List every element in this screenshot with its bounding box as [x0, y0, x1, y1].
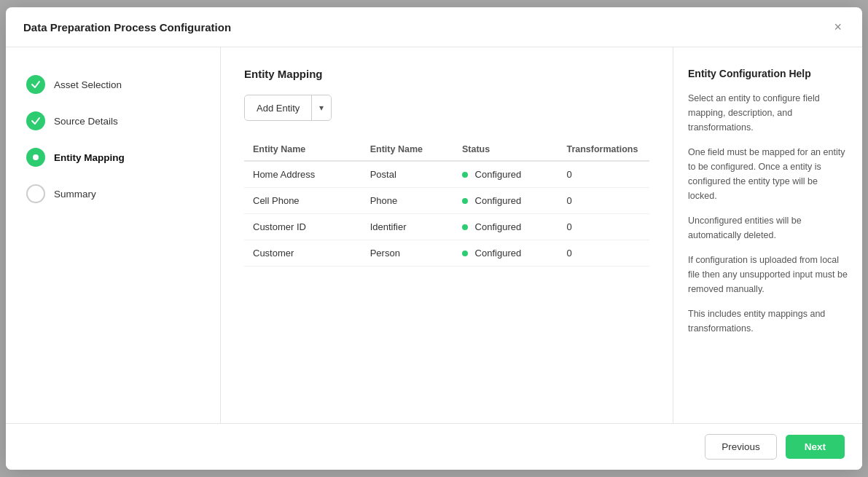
row-entity-name-1: Phone [361, 188, 453, 214]
row-status-0: Configured [453, 161, 558, 188]
step-icon-source-details [26, 111, 45, 130]
modal-body: Asset Selection Source Details [6, 47, 862, 423]
sidebar-label-summary: Summary [54, 189, 96, 200]
row-name-2: Customer ID [244, 214, 361, 240]
status-text-0: Configured [475, 169, 522, 180]
row-transformations-1: 0 [558, 188, 649, 214]
sidebar-label-entity-mapping: Entity Mapping [54, 152, 125, 163]
modal-title: Data Preparation Process Configuration [23, 21, 231, 33]
sidebar-label-asset-selection: Asset Selection [54, 79, 122, 90]
row-entity-name-3: Person [361, 240, 453, 267]
status-dot-3 [462, 251, 468, 256]
previous-button[interactable]: Previous [705, 434, 777, 460]
help-paragraph-1: One field must be mapped for an entity t… [688, 145, 848, 203]
help-panel: Entity Configuration Help Select an enti… [673, 47, 862, 423]
sidebar-item-asset-selection[interactable]: Asset Selection [20, 68, 206, 101]
table-row[interactable]: Home Address Postal Configured 0 [244, 161, 649, 188]
status-dot-2 [462, 224, 468, 230]
modal: Data Preparation Process Configuration ×… [6, 7, 862, 470]
status-text-1: Configured [475, 195, 522, 206]
table-row[interactable]: Cell Phone Phone Configured 0 [244, 188, 649, 214]
sidebar: Asset Selection Source Details [6, 47, 221, 423]
row-status-3: Configured [453, 240, 558, 267]
row-entity-name-0: Postal [361, 161, 453, 188]
close-button[interactable]: × [831, 19, 845, 35]
col-header-entity-name-2: Entity Name [361, 138, 453, 161]
modal-footer: Previous Next [6, 423, 862, 470]
row-name-3: Customer [244, 240, 361, 267]
step-icon-asset-selection [26, 75, 45, 94]
row-transformations-2: 0 [558, 214, 649, 240]
help-paragraph-0: Select an entity to configure field mapp… [688, 91, 848, 135]
sidebar-item-summary[interactable]: Summary [20, 177, 206, 210]
sidebar-item-entity-mapping[interactable]: Entity Mapping [20, 141, 206, 174]
add-entity-main-button[interactable]: Add Entity [245, 97, 311, 119]
sidebar-label-source-details: Source Details [54, 116, 118, 127]
row-transformations-0: 0 [558, 161, 649, 188]
row-status-1: Configured [453, 188, 558, 214]
section-title: Entity Mapping [244, 68, 649, 80]
help-paragraph-3: If configuration is uploaded from local … [688, 253, 848, 296]
add-entity-dropdown-button[interactable]: ▾ [312, 97, 331, 119]
status-text-2: Configured [475, 221, 522, 232]
main-content: Entity Mapping Add Entity ▾ Entity Name … [221, 47, 673, 423]
svg-point-0 [33, 154, 39, 160]
table-row[interactable]: Customer ID Identifier Configured 0 [244, 214, 649, 240]
help-title: Entity Configuration Help [688, 68, 848, 79]
help-paragraph-2: Unconfigured entities will be automatica… [688, 213, 848, 243]
modal-header: Data Preparation Process Configuration × [6, 7, 862, 47]
add-entity-button-group: Add Entity ▾ [244, 95, 332, 121]
step-icon-entity-mapping [26, 148, 45, 167]
row-name-1: Cell Phone [244, 188, 361, 214]
row-status-2: Configured [453, 214, 558, 240]
status-dot-0 [462, 172, 468, 178]
step-icon-summary [26, 184, 45, 203]
sidebar-item-source-details[interactable]: Source Details [20, 104, 206, 138]
col-header-entity-name-1: Entity Name [244, 138, 361, 161]
status-text-3: Configured [475, 248, 522, 259]
col-header-transformations: Transformations [558, 138, 649, 161]
help-paragraph-4: This includes entity mappings and transf… [688, 307, 848, 336]
modal-overlay: Data Preparation Process Configuration ×… [0, 0, 868, 477]
row-entity-name-2: Identifier [361, 214, 453, 240]
col-header-status: Status [453, 138, 558, 161]
row-transformations-3: 0 [558, 240, 649, 267]
status-dot-1 [462, 198, 468, 204]
next-button[interactable]: Next [786, 435, 845, 459]
entity-table: Entity Name Entity Name Status Transform… [244, 138, 649, 267]
table-row[interactable]: Customer Person Configured 0 [244, 240, 649, 267]
row-name-0: Home Address [244, 161, 361, 188]
